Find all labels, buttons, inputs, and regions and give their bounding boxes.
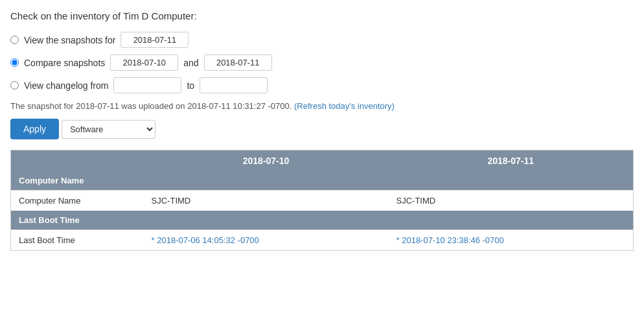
changelog-from-input[interactable] (113, 77, 181, 93)
table-row: Computer NameSJC-TIMDSJC-TIMD (11, 191, 634, 211)
row-value1: SJC-TIMD (144, 191, 389, 211)
view-snapshots-row: View the snapshots for (10, 32, 634, 48)
apply-button[interactable]: Apply (10, 119, 59, 139)
changelog-label: View changelog from (24, 80, 108, 91)
options-section: View the snapshots for Compare snapshots… (10, 32, 634, 93)
category-select[interactable]: Software Hardware Network Services (62, 120, 155, 139)
col-date2-header: 2018-07-11 (389, 150, 634, 172)
refresh-link[interactable]: (Refresh today's inventory) (294, 101, 395, 111)
row-value1: * 2018-07-06 14:05:32 -0700 (144, 230, 389, 251)
compare-snapshots-row: Compare snapshots and (10, 54, 634, 71)
row-label: Computer Name (11, 191, 144, 211)
view-snapshots-label: View the snapshots for (24, 35, 115, 45)
compare-snapshots-label: Compare snapshots (24, 58, 105, 68)
view-snapshots-date-input[interactable] (121, 32, 189, 48)
row-label: Last Boot Time (11, 230, 144, 251)
section-name-1: Last Boot Time (11, 211, 634, 230)
page-title: Check on the inventory of Tim D Computer… (10, 10, 634, 21)
comparison-table: 2018-07-10 2018-07-11 Computer NameCompu… (10, 150, 634, 251)
changelog-row: View changelog from to (10, 77, 634, 93)
row-value2: SJC-TIMD (389, 191, 634, 211)
to-label: to (187, 80, 194, 91)
snapshot-info-text: The snapshot for 2018-07-11 was uploaded… (10, 101, 292, 111)
section-header-0: Computer Name (11, 171, 634, 191)
compare-snapshots-radio[interactable] (10, 58, 19, 67)
compare-date1-input[interactable] (110, 54, 178, 71)
section-header-1: Last Boot Time (11, 211, 634, 230)
changelog-to-input[interactable] (200, 77, 268, 93)
and-label: and (183, 58, 198, 68)
table-row: Last Boot Time* 2018-07-06 14:05:32 -070… (11, 230, 634, 251)
changelog-radio[interactable] (10, 81, 19, 89)
section-name-0: Computer Name (11, 171, 634, 191)
snapshot-info: The snapshot for 2018-07-11 was uploaded… (10, 101, 634, 111)
compare-date2-input[interactable] (204, 54, 272, 71)
col-date1-header: 2018-07-10 (144, 150, 389, 172)
view-snapshots-radio[interactable] (10, 36, 19, 44)
col-empty-header (11, 150, 144, 172)
row-value2: * 2018-07-10 23:38:46 -0700 (389, 230, 634, 251)
